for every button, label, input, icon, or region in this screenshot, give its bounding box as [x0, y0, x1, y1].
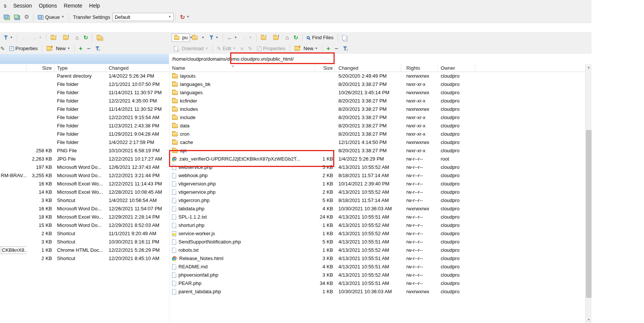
remote-directory-combobox[interactable]: pu ▼ [172, 34, 190, 42]
menu-item-cropped[interactable]: s [0, 1, 10, 11]
local-header-changed[interactable]: Changed [106, 64, 169, 72]
remote-header-size[interactable]: Size [315, 64, 335, 72]
table-row[interactable]: api8/20/2021 3:38:27 PMrwxr-xr-xcloudpro [169, 147, 586, 155]
table-row[interactable]: 18 KBMicrosoft Excel Wo...12/29/2021 2:2… [0, 213, 169, 221]
left-root-directory-button[interactable]: / [61, 33, 73, 42]
delete-button[interactable]: × [238, 44, 246, 53]
remote-path-bar[interactable]: /home/cloudpro/domains/demo.cloudpro.vn/… [169, 54, 592, 64]
table-row[interactable]: SendSupportNotification.php5 KB4/13/2021… [169, 238, 586, 246]
download-button[interactable]: ↓ Download ▼ [172, 44, 211, 53]
remote-refresh-button[interactable]: ↻ [291, 33, 301, 42]
swap-panels-button[interactable] [12, 12, 22, 21]
table-row[interactable]: includes8/20/2021 3:38:27 PMrwxrwxrwxclo… [169, 105, 586, 113]
remote-selection-filter-button[interactable]: ✓ [340, 44, 350, 53]
scroll-down-arrow[interactable]: ▼ [586, 317, 592, 323]
table-row[interactable]: layouts5/20/2020 2:49:49 PMrwxrwxrwxclou… [169, 72, 586, 80]
table-row[interactable]: SPL-1.1.2.txt24 KB4/13/2021 10:55:51 AMr… [169, 213, 586, 221]
remote-header-name[interactable]: Name ⌄ [169, 64, 315, 72]
left-refresh-button[interactable]: ↻ [81, 33, 91, 42]
dock-panels-button[interactable] [2, 12, 12, 21]
preferences-button[interactable]: ⚙ [22, 12, 31, 21]
table-row[interactable]: languages10/26/2021 3:45:14 PMrwxrwxrwxc… [169, 89, 586, 97]
remote-header-changed[interactable]: Changed [335, 64, 401, 72]
left-edit-button[interactable]: ✎ [0, 44, 7, 53]
remote-properties-button[interactable]: Properties [255, 44, 287, 53]
table-row[interactable]: data8/20/2021 3:38:27 PMrwxr-xr-xcloudpr… [169, 122, 586, 130]
local-header-size[interactable]: Size [26, 64, 54, 72]
table-row[interactable]: cache12/1/2021 4:14:50 PMrwxrwxrwxcloudp… [169, 138, 586, 147]
table-row[interactable]: 2 KBShortcut12/20/2021 8:45:10 AM [0, 254, 169, 263]
remote-select-add-button[interactable]: + [324, 44, 332, 53]
left-back-button[interactable]: ← [19, 33, 29, 42]
queue-button[interactable]: Queue ▼ [35, 12, 66, 21]
table-row[interactable]: RM-BRAV...3,255 KBMicrosoft Word Do...12… [0, 171, 169, 180]
menu-item-remote[interactable]: Remote [60, 1, 86, 11]
table-row[interactable]: File folder1/4/2022 2:17:59 PM [0, 138, 169, 147]
table-row[interactable]: service-worker.js1 KB4/13/2021 10:55:52 … [169, 230, 586, 238]
table-row[interactable]: shorturl.php1 KB4/13/2021 10:55:52 AMrw-… [169, 221, 586, 230]
table-row[interactable]: 2,263 KBJPG File12/22/2021 10:17:27 AM [0, 155, 169, 163]
synchronize-button[interactable]: ↻ ▼ [178, 12, 192, 21]
table-row[interactable]: languages_bk8/20/2021 3:38:27 PMrwxr-xr-… [169, 80, 586, 89]
left-parent-directory-button[interactable]: ↑ [48, 33, 61, 42]
local-header-name[interactable] [0, 64, 26, 72]
left-home-directory-button[interactable]: ⌂ [73, 33, 81, 42]
table-row[interactable]: File folder11/23/2021 2:43:38 PM [0, 122, 169, 130]
table-row[interactable]: Release_Notes.html3 KB4/13/2021 10:55:51… [169, 254, 586, 263]
transfer-settings-label[interactable]: Transfer Settings [71, 12, 112, 21]
remote-parent-directory-button[interactable]: ↑ [258, 33, 271, 42]
left-open-directory-button[interactable]: ▼ [1, 33, 15, 42]
remote-header-rights[interactable]: Rights [401, 64, 438, 72]
table-row[interactable]: README.md4 KB4/13/2021 10:55:51 AMrw-r--… [169, 263, 586, 271]
table-row[interactable]: vtigerservice.php2 KB4/13/2021 10:55:52 … [169, 188, 586, 196]
left-select-add-button[interactable]: + [77, 44, 85, 53]
remote-home-directory-button[interactable]: ⌂ [283, 33, 291, 42]
table-row[interactable]: 3 KBShortcut10/30/2021 8:16:11 PM [0, 238, 169, 246]
table-row[interactable]: 16 KBMicrosoft Word Do...12/26/2021 11:5… [0, 205, 169, 213]
table-row[interactable]: cron8/20/2021 3:38:27 PMrwxr-xr-xcloudpr… [169, 130, 586, 138]
remote-new-button[interactable]: ✱ New ▼ [292, 44, 320, 53]
table-row[interactable]: 2 KBShortcut11/1/2021 9:20:49 AM [0, 230, 169, 238]
table-row[interactable]: webservice.php5 KB4/13/2021 10:55:52 AMr… [169, 163, 586, 171]
left-select-remove-button[interactable]: − [85, 44, 92, 53]
table-row[interactable]: phpversionfail.php3 KB4/13/2021 10:55:52… [169, 271, 586, 279]
vertical-scrollbar[interactable]: ▲ ▼ [585, 64, 592, 323]
table-row[interactable]: 16 KBMicrosoft Excel Wo...12/22/2021 11:… [0, 180, 169, 188]
table-row[interactable]: PEAR.php34 KB4/13/2021 10:55:51 AMrw-r--… [169, 279, 586, 288]
find-files-button[interactable]: Find Files [304, 33, 335, 42]
scrollbar-thumb[interactable] [586, 130, 592, 298]
remote-open-directory-button[interactable]: ▼ [190, 33, 207, 42]
left-properties-button[interactable]: Properties [7, 44, 40, 53]
left-open-in-explorer-button[interactable] [94, 33, 107, 42]
remote-root-directory-button[interactable]: / [271, 33, 283, 42]
table-row[interactable]: File folder11/14/2021 11:30:52 PM [0, 105, 169, 113]
table-row[interactable]: 14 KBMicrosoft Excel Wo...12/28/2021 10:… [0, 188, 169, 196]
remote-header-owner[interactable]: Owner [438, 64, 475, 72]
edit-button[interactable]: ✎ Edit ▼ [215, 44, 238, 53]
table-row[interactable]: 197 KBMicrosoft Word Do...12/6/2021 12:3… [0, 163, 169, 171]
table-row[interactable]: File folder12/22/2021 9:15:54 AM [0, 113, 169, 122]
remote-copy-button[interactable] [340, 33, 351, 42]
table-row[interactable]: 3 KBShortcut1/4/2022 10:56:54 AM [0, 196, 169, 205]
remote-select-remove-button[interactable]: − [332, 44, 340, 53]
table-row[interactable]: 258 KBPNG File10/10/2021 6:58:19 PM [0, 147, 169, 155]
table-row[interactable]: kcfinder8/20/2021 3:38:27 PMrwxr-xr-xclo… [169, 97, 586, 105]
local-path-bar[interactable] [0, 54, 169, 64]
table-row[interactable]: Parent directory1/4/2022 5:26:34 PM [0, 72, 169, 80]
table-row[interactable]: CKBlknX8...1 KBChrome HTML Doc...12/22/2… [0, 246, 169, 254]
table-row[interactable]: parent_tabdata.php1 KB10/30/2021 10:36:0… [169, 288, 586, 296]
menu-item-options[interactable]: Options [35, 1, 60, 11]
table-row[interactable]: File folder11/14/2021 11:30:57 PM [0, 89, 169, 97]
table-row[interactable]: zalo_verifierO-UPDRRCJ2jEtCKBlknX87pXzWE… [169, 155, 586, 163]
remote-forward-button[interactable]: →▼ [240, 33, 254, 42]
table-row[interactable]: include8/20/2021 3:38:27 PMrwxr-xr-xclou… [169, 113, 586, 122]
local-header-type[interactable]: Type [54, 64, 106, 72]
rename-button[interactable]: ✎ [246, 44, 255, 53]
table-row[interactable]: File folder12/2/2021 4:35:00 PM [0, 97, 169, 105]
table-row[interactable]: vtigercron.php5 KB8/18/2021 11:57:14 AMr… [169, 196, 586, 205]
menu-item-session[interactable]: Session [10, 1, 35, 11]
remote-filter-button[interactable]: ▼ [207, 33, 221, 42]
table-row[interactable]: webhook.php2 KB8/18/2021 11:57:14 AMrw-r… [169, 171, 586, 180]
table-row[interactable]: robots.txt1 KB4/13/2021 10:55:52 AMrw-r-… [169, 246, 586, 254]
table-row[interactable]: File folder11/29/2021 9:04:28 AM [0, 130, 169, 138]
